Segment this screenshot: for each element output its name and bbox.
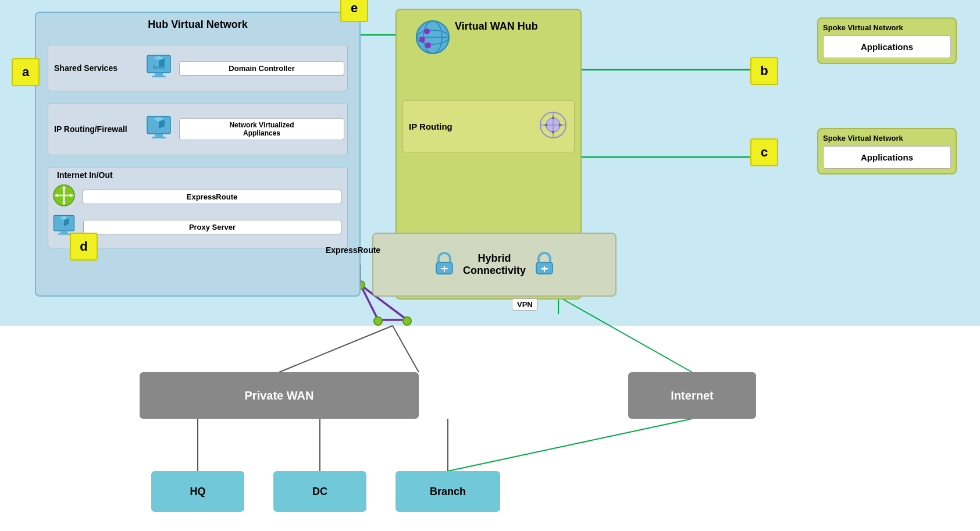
domain-controller-box: Domain Controller (179, 61, 344, 76)
proxy-server-box: Proxy Server (83, 220, 341, 234)
svg-marker-57 (551, 116, 555, 119)
svg-point-50 (419, 37, 425, 42)
dc-terminal: DC (273, 471, 366, 512)
label-c: c (750, 138, 778, 166)
svg-marker-58 (544, 123, 547, 127)
label-a: a (12, 58, 40, 86)
vpn-label: VPN (512, 298, 538, 311)
svg-rect-41 (58, 233, 70, 235)
ip-routing-section: IP Routing/Firewall Network VirtualizedA… (48, 103, 348, 155)
hybrid-connectivity-title: HybridConnectivity (463, 252, 526, 277)
svg-marker-56 (551, 131, 555, 134)
spoke-vnet-top: Spoke Virtual Network Applications (817, 17, 957, 64)
shared-services-icon (141, 52, 176, 84)
svg-rect-21 (152, 76, 166, 77)
label-b: b (750, 57, 778, 85)
app-gateway-icon (51, 183, 77, 211)
hq-terminal: HQ (151, 471, 244, 512)
spoke-vnet-top-app: Applications (823, 35, 951, 58)
expressroute-label: ExpressRoute (326, 245, 380, 255)
svg-marker-59 (559, 123, 562, 127)
network-appliances-box: Network VirtualizedAppliances (179, 118, 344, 140)
wan-ip-routing-box: IP Routing (402, 100, 575, 152)
ip-routing-icon (141, 113, 176, 145)
internet-box: Internet (628, 372, 756, 419)
wan-hub-globe-icon (414, 19, 452, 59)
svg-rect-28 (152, 137, 166, 138)
app-gateway-row: ExpressRoute (51, 183, 344, 211)
wan-ip-routing-icon (538, 110, 568, 142)
hybrid-lock-left-icon (432, 251, 457, 279)
hub-vnet-title: Hub Virtual Network (148, 19, 248, 31)
wan-hub-title: Virtual WAN Hub (455, 20, 538, 33)
spoke-vnet-bottom-app: Applications (823, 146, 951, 169)
spoke-vnet-top-title: Spoke Virtual Network (823, 23, 951, 32)
app-gateway-box: ExpressRoute (83, 190, 341, 204)
shared-services-section: Shared Services Domain Controller (48, 45, 348, 91)
label-e: e (340, 0, 368, 22)
svg-rect-20 (155, 73, 163, 76)
svg-point-49 (424, 28, 430, 34)
svg-rect-27 (155, 134, 163, 137)
branch-terminal: Branch (395, 471, 500, 512)
shared-services-label: Shared Services (48, 63, 141, 73)
hybrid-lock-right-icon (532, 251, 557, 279)
private-wan-box: Private WAN (140, 372, 419, 419)
internet-inout-label: Internet In/Out (51, 170, 144, 180)
label-d: d (70, 233, 98, 261)
svg-rect-40 (60, 231, 67, 233)
wan-ip-routing-label: IP Routing (409, 122, 538, 131)
hybrid-connectivity-box: HybridConnectivity (372, 233, 616, 297)
ip-routing-label: IP Routing/Firewall (48, 124, 141, 134)
svg-point-51 (425, 42, 431, 48)
spoke-vnet-bottom-title: Spoke Virtual Network (823, 134, 951, 142)
spoke-vnet-bottom: Spoke Virtual Network Applications (817, 128, 957, 174)
